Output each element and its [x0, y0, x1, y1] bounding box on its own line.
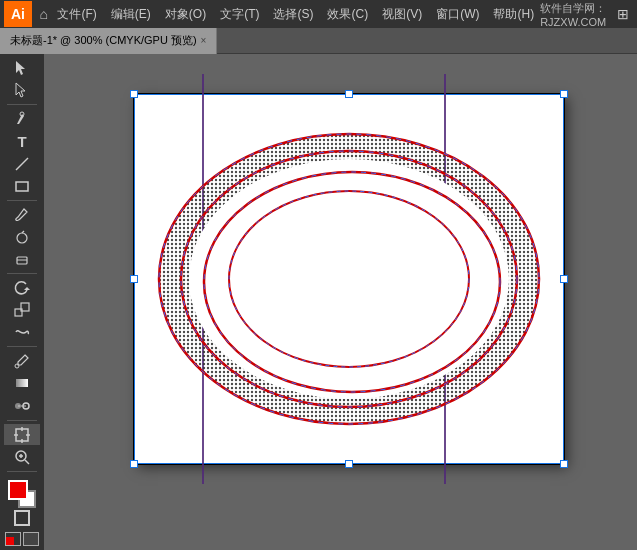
- tool-separator-1: [7, 104, 37, 105]
- select-tool[interactable]: [4, 58, 40, 78]
- svg-point-12: [15, 364, 19, 368]
- scale-tool[interactable]: [4, 300, 40, 320]
- tool-separator-5: [7, 420, 37, 421]
- canvas-area[interactable]: [44, 54, 637, 550]
- type-tool[interactable]: T: [4, 131, 40, 151]
- zoom-tool[interactable]: [4, 447, 40, 467]
- document-tab[interactable]: 未标题-1* @ 300% (CMYK/GPU 预览) ×: [0, 28, 217, 54]
- tab-close-button[interactable]: ×: [201, 35, 207, 46]
- blend-tool[interactable]: [4, 396, 40, 416]
- svg-rect-13: [16, 379, 28, 387]
- tool-separator-3: [7, 273, 37, 274]
- menu-type[interactable]: 文字(T): [214, 4, 265, 25]
- tab-label: 未标题-1* @ 300% (CMYK/GPU 预览): [10, 33, 197, 48]
- gradient-tool[interactable]: [4, 373, 40, 393]
- blob-brush-tool[interactable]: [4, 227, 40, 247]
- menu-right: 软件自学网：RJZXW.COM ⊞: [540, 1, 633, 28]
- menu-help[interactable]: 帮助(H): [487, 4, 540, 25]
- pen-tool[interactable]: [4, 109, 40, 129]
- behind-draw-mode[interactable]: [23, 532, 39, 546]
- ai-logo: Ai: [4, 1, 32, 27]
- direct-select-tool[interactable]: [4, 80, 40, 100]
- artboard-tool[interactable]: [4, 424, 40, 444]
- eraser-tool[interactable]: [4, 249, 40, 269]
- fill-stroke-area: [14, 510, 30, 526]
- menu-file[interactable]: 文件(F): [51, 4, 102, 25]
- tabbar: 未标题-1* @ 300% (CMYK/GPU 预览) ×: [0, 28, 637, 54]
- svg-marker-0: [16, 61, 25, 75]
- svg-rect-4: [16, 182, 28, 191]
- stroke-indicator[interactable]: [14, 510, 30, 526]
- artwork-svg: [134, 94, 564, 464]
- svg-point-29: [189, 159, 509, 399]
- tool-separator-6: [7, 471, 37, 472]
- menu-items: 文件(F) 编辑(E) 对象(O) 文字(T) 选择(S) 效果(C) 视图(V…: [51, 4, 540, 25]
- draw-modes: [5, 532, 39, 546]
- menu-object[interactable]: 对象(O): [159, 4, 212, 25]
- menu-window[interactable]: 窗口(W): [430, 4, 485, 25]
- svg-marker-1: [16, 83, 25, 97]
- home-button[interactable]: ⌂: [36, 1, 51, 27]
- menu-view[interactable]: 视图(V): [376, 4, 428, 25]
- color-swatches[interactable]: [4, 480, 40, 506]
- tool-separator-4: [7, 346, 37, 347]
- menubar: Ai ⌂ 文件(F) 编辑(E) 对象(O) 文字(T) 选择(S) 效果(C)…: [0, 0, 637, 28]
- website-label: 软件自学网：RJZXW.COM: [540, 1, 609, 28]
- menu-edit[interactable]: 编辑(E): [105, 4, 157, 25]
- foreground-color[interactable]: [8, 480, 28, 500]
- svg-line-3: [16, 158, 28, 170]
- line-tool[interactable]: [4, 153, 40, 173]
- rotate-tool[interactable]: [4, 278, 40, 298]
- tool-separator-2: [7, 200, 37, 201]
- main-area: T: [0, 54, 637, 550]
- artboard: [134, 94, 564, 464]
- paintbrush-tool[interactable]: [4, 205, 40, 225]
- rect-tool[interactable]: [4, 176, 40, 196]
- eyedropper-tool[interactable]: [4, 351, 40, 371]
- menu-effect[interactable]: 效果(C): [321, 4, 374, 25]
- svg-point-5: [17, 233, 27, 243]
- normal-draw-mode[interactable]: [5, 532, 21, 546]
- menu-select[interactable]: 选择(S): [267, 4, 319, 25]
- toolbar: T: [0, 54, 44, 550]
- warp-tool[interactable]: [4, 322, 40, 342]
- svg-marker-9: [24, 287, 30, 290]
- workspace-switcher[interactable]: ⊞: [613, 4, 633, 24]
- svg-line-23: [25, 460, 29, 464]
